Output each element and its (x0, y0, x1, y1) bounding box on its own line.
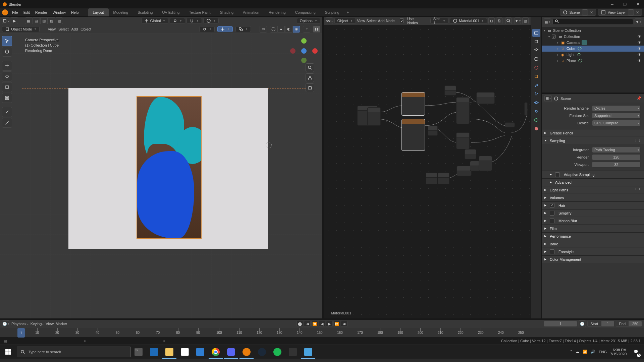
current-frame[interactable]: 1 (544, 321, 577, 327)
ptab-physics[interactable] (532, 99, 540, 107)
menu-file[interactable]: File (9, 9, 21, 16)
snap-5[interactable]: ▨ (56, 17, 63, 24)
jump-prev-key[interactable]: ⏪ (311, 321, 318, 327)
tab-compositing[interactable]: Compositing (290, 8, 320, 16)
task-app1[interactable] (285, 345, 301, 359)
play-forward[interactable]: ▶ (326, 321, 333, 327)
task-discord[interactable] (223, 345, 239, 359)
gizmo-xpos-icon[interactable] (312, 48, 318, 54)
tl-marker[interactable]: Marker (56, 322, 67, 326)
minimize-button[interactable]: ─ (606, 0, 619, 8)
node[interactable] (476, 92, 495, 104)
tab-rendering[interactable]: Rendering (264, 8, 290, 16)
pan-button[interactable] (306, 73, 314, 82)
sec-volumes[interactable]: Volumes (542, 194, 644, 201)
pin-material[interactable]: ⊟ (488, 17, 495, 24)
ptab-world[interactable] (532, 64, 540, 72)
start-frame[interactable]: 1 (601, 321, 614, 327)
tool-move[interactable] (2, 61, 12, 71)
out-item-plane[interactable]: ▸▽ Plane 👁 (542, 58, 644, 64)
copy-material[interactable]: ⎘ (496, 17, 502, 24)
ptab-output[interactable] (532, 38, 540, 46)
visibility-dropdown[interactable] (199, 26, 215, 32)
use-nodes-check[interactable] (400, 18, 404, 23)
tab-sculpting[interactable]: Sculpting (133, 8, 157, 16)
tray-notifications[interactable]: 💬 (630, 345, 642, 359)
out-item-camera[interactable]: ▸▣ Camera 👁 (542, 40, 644, 46)
task-edge[interactable] (146, 345, 162, 359)
tab-shading[interactable]: Shading (215, 8, 238, 16)
tool-transform[interactable] (2, 93, 12, 103)
snap-1[interactable]: ▦ (25, 17, 32, 24)
task-mail[interactable] (193, 345, 208, 359)
outliner-type[interactable]: ▦ (544, 18, 551, 25)
ptab-particles[interactable] (532, 90, 540, 98)
autokey-button[interactable]: ⬤ (297, 321, 303, 327)
node[interactable] (456, 97, 470, 124)
options-dropdown[interactable]: Options (297, 18, 320, 24)
scene-selector[interactable]: Scene ✕ (560, 9, 596, 16)
task-chrome[interactable] (208, 345, 223, 359)
ptab-render[interactable] (532, 29, 540, 37)
tool-select[interactable] (2, 36, 12, 46)
menu-help[interactable]: Help (68, 9, 82, 16)
node-canvas[interactable]: Material.001 (324, 25, 531, 318)
outliner-filter[interactable]: ▼ (635, 18, 642, 25)
task-app2[interactable] (301, 345, 316, 359)
ptab-object[interactable] (532, 72, 540, 80)
sec-simplify[interactable]: Simplify (542, 209, 644, 217)
task-spotify[interactable] (270, 345, 285, 359)
task-store[interactable] (177, 345, 193, 359)
tray-volume-icon[interactable]: 🔊 (591, 350, 595, 354)
gizmo-dropdown[interactable] (217, 26, 233, 32)
proportional-dropdown[interactable] (203, 18, 219, 24)
jump-end[interactable]: ⏭ (341, 321, 347, 327)
filter-button[interactable]: ▼ (515, 17, 521, 24)
node-selected[interactable] (401, 92, 425, 116)
eye-icon[interactable]: 👁 (638, 47, 641, 51)
maximize-button[interactable]: ▢ (619, 0, 631, 8)
tab-texture-paint[interactable]: Texture Paint (184, 8, 215, 16)
end-frame[interactable]: 250 (629, 321, 642, 327)
tl-playback[interactable]: Playback (11, 322, 29, 326)
timeline-type[interactable]: 🕒 (2, 320, 9, 327)
jump-start[interactable]: ⏮ (304, 321, 311, 327)
shading-matpreview[interactable]: ◐ (285, 26, 292, 33)
menu-window[interactable]: Window (50, 9, 68, 16)
sec-film[interactable]: Film (542, 225, 644, 232)
out-item-light[interactable]: ▸◉ Light 👁 (542, 52, 644, 58)
tray-chevron-icon[interactable]: ˄ (570, 350, 572, 354)
taskbar-search[interactable]: Type here to search (17, 347, 131, 357)
material-dropdown[interactable]: Material.001 (450, 18, 487, 24)
gizmo-yneg-icon[interactable] (301, 58, 307, 63)
ptab-scene[interactable] (532, 55, 540, 63)
editor-type-dropdown[interactable] (2, 17, 9, 24)
shading-solid[interactable]: ● (277, 26, 285, 33)
node[interactable] (457, 166, 472, 176)
eye-icon[interactable]: 👁 (638, 41, 641, 45)
ptab-constraints[interactable] (532, 107, 540, 115)
sec-performance[interactable]: Performance (542, 232, 644, 240)
close-button[interactable]: ✕ (631, 0, 644, 8)
tray-wifi-icon[interactable]: 📶 (583, 350, 587, 354)
node[interactable] (438, 173, 449, 184)
node[interactable] (479, 156, 492, 171)
out-scene[interactable]: ▾▭ Scene Collection (542, 27, 644, 34)
ptab-data[interactable] (532, 116, 540, 124)
tab-modeling[interactable]: Modeling (109, 8, 133, 16)
sec-colormgmt[interactable]: Color Management (542, 255, 644, 263)
sec-freestyle[interactable]: Freestyle (542, 248, 644, 255)
overlay-toggle[interactable]: ▨ (522, 17, 529, 24)
pause-render[interactable]: ▮▮ (313, 26, 320, 33)
props-type[interactable]: ▦ (544, 95, 552, 102)
cursor-icon-button[interactable]: ▶ (11, 17, 18, 24)
task-explorer[interactable] (162, 345, 177, 359)
jump-next-key[interactable]: ⏩ (333, 321, 340, 327)
ptab-viewlayer[interactable] (532, 46, 540, 54)
pin-icon[interactable]: 📌 (637, 96, 641, 101)
tray-clock[interactable]: 6:38 PM 7/15/2020 (610, 348, 627, 356)
sec-advanced[interactable]: Advanced (542, 178, 644, 186)
tl-view[interactable]: View (46, 322, 54, 326)
start-button[interactable] (0, 345, 16, 359)
node[interactable] (456, 132, 470, 149)
